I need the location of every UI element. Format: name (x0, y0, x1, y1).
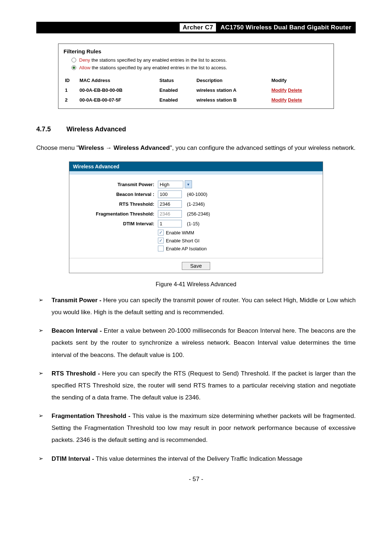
cell-actions: Modify Delete (270, 85, 328, 95)
intro-b1: Wireless (79, 144, 104, 151)
dtim-interval-label: DTIM Interval: (74, 221, 158, 226)
enable-short-gi-label: Enable Short GI (166, 238, 200, 243)
allow-rest: the stations specified by any enabled en… (90, 65, 227, 70)
figure-caption: Figure 4-41 Wireless Advanced (36, 281, 356, 288)
beacon-interval-label: Beacon Interval : (74, 192, 158, 197)
table-row: 2 00-0A-EB-00-07-5F Enabled wireless sta… (64, 95, 328, 105)
list-item: RTS Threshold - Here you can specify the… (36, 368, 356, 403)
dtim-hint: (1-15) (187, 221, 200, 226)
beacon-interval-input[interactable]: 100 (158, 190, 182, 198)
intro-post: ", you can configure the advanced settin… (170, 144, 356, 151)
col-mac: MAC Address (78, 75, 158, 85)
bullet-beacon-interval-title: Beacon Interval - (52, 327, 104, 334)
intro-b2: Wireless Advanced (114, 144, 170, 151)
enable-ap-isolation-label: Enable AP Isolation (166, 246, 207, 251)
frag-hint: (256-2346) (187, 211, 210, 217)
section-number: 4.7.5 (36, 126, 65, 133)
modify-link[interactable]: Modify (271, 97, 287, 103)
enable-short-gi-checkbox[interactable]: ✓ (158, 238, 164, 243)
intro-paragraph: Choose menu "Wireless → Wireless Advance… (36, 142, 356, 154)
radio-icon-unselected (72, 58, 76, 62)
bullet-dtim-interval-text: This value determines the interval of th… (96, 455, 302, 462)
arrow-icon: → (104, 144, 113, 151)
radio-deny[interactable]: Deny the stations specified by any enabl… (72, 57, 328, 63)
description-list: Transmit Power - Here you can specify th… (36, 294, 356, 465)
col-id: ID (64, 75, 78, 85)
chevron-down-icon[interactable]: ▾ (185, 180, 192, 188)
rts-threshold-label: RTS Threshold: (74, 201, 158, 207)
beacon-hint: (40-1000) (187, 192, 207, 197)
page-number: - 57 - (36, 476, 356, 483)
cell-id: 2 (64, 95, 78, 105)
col-desc: Description (195, 75, 270, 85)
table-header-row: ID MAC Address Status Description Modify (64, 75, 328, 85)
modify-link[interactable]: Modify (271, 87, 287, 93)
list-item: DTIM Interval - This value determines th… (36, 453, 356, 465)
bullet-dtim-interval-title: DTIM Interval - (52, 455, 96, 462)
enable-wmm-checkbox[interactable]: ✓ (158, 230, 164, 235)
bullet-transmit-power-title: Transmit Power - (52, 297, 103, 304)
intro-pre: Choose menu " (36, 144, 79, 151)
cell-id: 1 (64, 85, 78, 95)
transmit-power-select[interactable]: High (158, 181, 183, 188)
radio-allow[interactable]: Allow the stations specified by any enab… (72, 65, 328, 70)
enable-wmm-label: Enable WMM (166, 230, 194, 235)
col-modify: Modify (270, 75, 328, 85)
wireless-advanced-panel: Wireless Advanced Transmit Power: High ▾… (69, 161, 323, 273)
header-title: AC1750 Wireless Dual Band Gigabit Router (221, 24, 351, 31)
cell-mac: 00-0A-EB-00-07-5F (78, 95, 158, 105)
section-title: Wireless Advanced (66, 126, 126, 133)
list-item: Beacon Interval - Enter a value between … (36, 325, 356, 361)
bullet-fragmentation-threshold-title: Fragmentation Threshold - (52, 413, 132, 419)
rts-hint: (1-2346) (187, 201, 205, 207)
deny-keyword: Deny (79, 57, 90, 63)
wa-divider-bar (69, 171, 323, 175)
filtering-title: Filtering Rules (64, 48, 328, 54)
dtim-interval-input[interactable]: 1 (158, 220, 182, 227)
enable-ap-isolation-checkbox[interactable] (158, 246, 164, 251)
list-item: Transmit Power - Here you can specify th… (36, 294, 356, 318)
filtering-rules-panel: Filtering Rules Deny the stations specif… (58, 44, 334, 109)
fragmentation-threshold-label: Fragmentation Threshold: (74, 211, 158, 217)
delete-link[interactable]: Delete (288, 87, 302, 93)
cell-desc: wireless station B (195, 95, 270, 105)
col-status: Status (158, 75, 195, 85)
save-button[interactable]: Save (182, 262, 210, 270)
bullet-rts-threshold-title: RTS Threshold - (52, 370, 102, 377)
table-row: 1 00-0A-EB-B0-00-0B Enabled wireless sta… (64, 85, 328, 95)
rts-threshold-input[interactable]: 2346 (158, 200, 182, 208)
cell-status: Enabled (158, 95, 195, 105)
model-badge: Archer C7 (180, 23, 216, 32)
transmit-power-label: Transmit Power: (74, 182, 158, 187)
fragmentation-threshold-input[interactable]: 2346 (158, 210, 182, 218)
doc-header: Archer C7 AC1750 Wireless Dual Band Giga… (36, 22, 356, 33)
cell-actions: Modify Delete (270, 95, 328, 105)
deny-rest: the stations specified by any enabled en… (90, 57, 227, 63)
delete-link[interactable]: Delete (288, 97, 302, 103)
cell-status: Enabled (158, 85, 195, 95)
cell-mac: 00-0A-EB-B0-00-0B (78, 85, 158, 95)
wa-panel-title: Wireless Advanced (69, 162, 323, 171)
allow-keyword: Allow (79, 65, 90, 70)
filtering-table: ID MAC Address Status Description Modify… (64, 75, 328, 105)
section-heading: 4.7.5 Wireless Advanced (36, 126, 356, 133)
list-item: Fragmentation Threshold - This value is … (36, 410, 356, 446)
radio-icon-selected (72, 65, 76, 70)
cell-desc: wireless station A (195, 85, 270, 95)
